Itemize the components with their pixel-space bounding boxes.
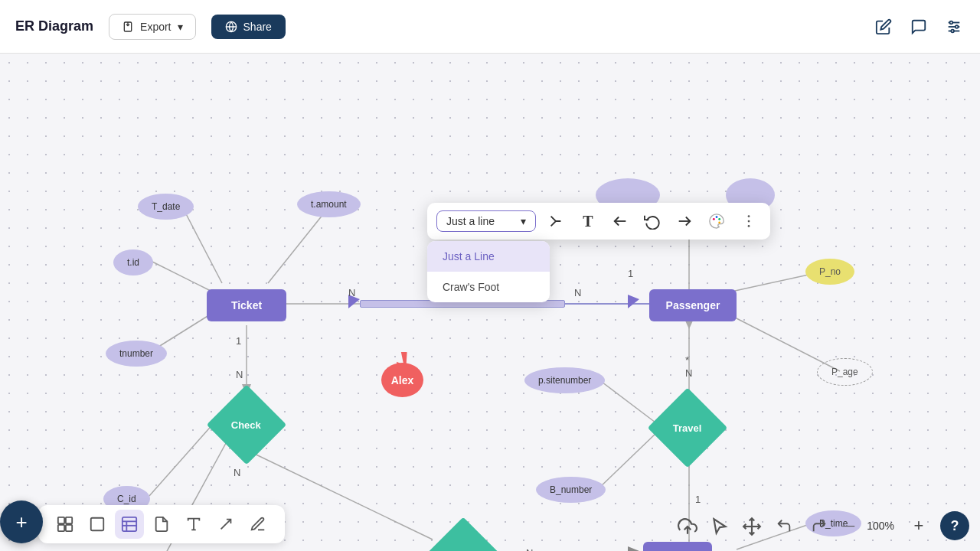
text-tool-btn-bottom[interactable] [179, 510, 208, 539]
table-tool-btn[interactable] [115, 510, 144, 539]
help-button[interactable]: ? [940, 511, 969, 540]
redo-button[interactable] [805, 512, 833, 540]
label-n-ticket: N [348, 287, 355, 298]
label-n-have: N [234, 467, 240, 478]
svg-rect-46 [58, 525, 64, 531]
move-icon[interactable] [738, 513, 766, 540]
arrow-right-btn[interactable] [672, 209, 697, 233]
arrow-left-btn[interactable] [608, 209, 632, 233]
svg-point-43 [748, 225, 750, 227]
alex-annotation: Alex [381, 363, 423, 397]
palette-btn[interactable] [704, 209, 729, 233]
svg-point-38 [716, 216, 718, 218]
more-options-btn[interactable] [737, 209, 761, 233]
sticky-tool-btn[interactable] [147, 510, 176, 539]
node-tnumber[interactable]: tnumber [106, 341, 167, 367]
svg-marker-29 [628, 295, 639, 308]
svg-point-6 [951, 29, 954, 32]
header-left: ER Diagram Export ▾ Share [15, 14, 286, 40]
cursor-icon[interactable] [706, 513, 733, 540]
line-tool-btn[interactable] [211, 510, 240, 539]
svg-line-20 [735, 273, 815, 291]
bottom-right-actions [674, 513, 766, 540]
floating-toolbar: Just a line ▾ T [427, 203, 770, 240]
share-button[interactable]: Share [211, 15, 286, 39]
zoom-separator: — [841, 519, 856, 533]
text-tool-btn[interactable]: T [576, 209, 600, 233]
connector-tool-btn[interactable] [544, 209, 568, 233]
label-n-have-bus: N [526, 547, 533, 551]
label-n-passenger: N [574, 287, 581, 298]
node-have[interactable]: Have [433, 527, 494, 551]
undo-button[interactable] [770, 512, 798, 540]
diagram-canvas[interactable]: T_date t.amount t.id tnumber Ticket Pass… [0, 54, 980, 551]
svg-rect-45 [66, 517, 72, 523]
cloud-upload-icon[interactable] [674, 513, 701, 540]
node-p-age[interactable]: P_age [817, 358, 873, 386]
svg-point-4 [950, 21, 953, 24]
node-passenger[interactable]: Passenger [649, 289, 737, 321]
page-title: ER Diagram [15, 18, 93, 34]
svg-line-55 [221, 520, 231, 530]
zoom-in-button[interactable]: + [905, 512, 933, 540]
svg-point-39 [718, 218, 720, 220]
globe-icon [225, 21, 237, 33]
label-1-check: 1 [236, 335, 241, 347]
bottom-toolbar [38, 505, 285, 543]
svg-line-8 [268, 207, 329, 283]
svg-point-37 [713, 218, 715, 220]
node-b-number[interactable]: B_number [536, 477, 606, 503]
node-bus[interactable]: Bus [643, 542, 712, 551]
settings-icon[interactable] [943, 16, 965, 37]
node-travel[interactable]: Travel [657, 397, 718, 458]
svg-rect-49 [122, 517, 136, 531]
svg-line-7 [182, 207, 222, 283]
node-t-id[interactable]: t.id [113, 249, 153, 276]
node-p-no[interactable]: P_no [805, 259, 854, 285]
svg-marker-27 [628, 546, 639, 551]
node-check[interactable]: Check [216, 394, 277, 455]
svg-rect-44 [58, 517, 64, 523]
svg-line-19 [599, 380, 655, 422]
frame-tool-btn[interactable] [83, 510, 112, 539]
svg-point-42 [748, 220, 750, 223]
header-right [873, 16, 965, 37]
header: ER Diagram Export ▾ Share [0, 0, 980, 54]
edit-icon[interactable] [873, 16, 894, 37]
svg-line-23 [597, 432, 657, 490]
layers-tool-btn[interactable] [51, 510, 80, 539]
node-ticket[interactable]: Ticket [207, 289, 286, 321]
refresh-btn[interactable] [640, 209, 665, 233]
zoom-level-label: 100% [864, 520, 897, 532]
node-p-sitenumber[interactable]: p.sitenumber [524, 367, 605, 393]
svg-point-40 [718, 221, 720, 223]
dropdown-item-just-a-line[interactable]: Just a Line [427, 241, 550, 272]
svg-line-16 [149, 422, 214, 496]
zoom-controls: — 100% + ? [770, 511, 969, 540]
label-1-bus: 1 [695, 494, 701, 505]
comment-icon[interactable] [908, 16, 929, 37]
node-t-date[interactable]: T_date [138, 194, 194, 220]
label-n-check: N [236, 369, 243, 380]
svg-line-9 [149, 260, 211, 291]
svg-point-5 [956, 25, 959, 28]
export-icon [122, 21, 134, 33]
svg-rect-48 [91, 518, 104, 531]
dropdown-item-craws-foot[interactable]: Craw's Foot [427, 272, 550, 302]
line-type-dropdown[interactable]: Just a line ▾ [436, 210, 536, 232]
svg-rect-47 [66, 525, 72, 531]
label-n-travel: N [685, 367, 692, 379]
label-star-travel: * [685, 354, 689, 366]
marker-tool-btn[interactable] [243, 510, 273, 539]
svg-point-41 [748, 215, 750, 217]
label-1-passenger: 1 [628, 268, 633, 279]
node-t-amount[interactable]: t.amount [297, 191, 361, 217]
export-button[interactable]: Export ▾ [109, 14, 195, 40]
fab-add-button[interactable]: + [0, 500, 43, 543]
line-type-dropdown-menu: Just a Line Craw's Foot [427, 241, 550, 302]
